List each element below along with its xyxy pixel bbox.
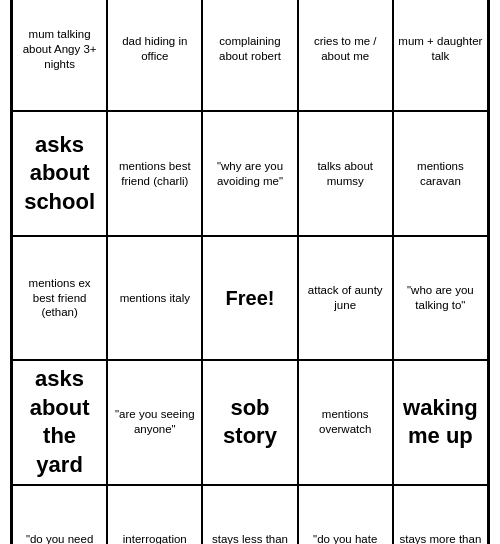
bingo-cell-20: "do you need anything" [12,485,107,544]
bingo-cell-3: cries to me / about me [298,0,393,111]
bingo-cell-11: mentions italy [107,236,202,360]
bingo-cell-6: mentions best friend (charli) [107,111,202,235]
bingo-cell-13: attack of aunty june [298,236,393,360]
bingo-cell-4: mum + daughter talk [393,0,488,111]
bingo-cell-21: interrogation about love life [107,485,202,544]
bingo-cell-2: complaining about robert [202,0,297,111]
bingo-cell-17: sob story [202,360,297,484]
bingo-cell-14: "who are you talking to" [393,236,488,360]
bingo-cell-8: talks about mumsy [298,111,393,235]
bingo-cell-9: mentions caravan [393,111,488,235]
bingo-grid: mum talking about Angy 3+ nightsdad hidi… [12,0,488,544]
bingo-cell-0: mum talking about Angy 3+ nights [12,0,107,111]
bingo-cell-22: stays less than 2wks [202,485,297,544]
bingo-cell-1: dad hiding in office [107,0,202,111]
bingo-cell-19: waking me up [393,360,488,484]
bingo-cell-18: mentions overwatch [298,360,393,484]
bingo-cell-5: asks about school [12,111,107,235]
bingo-cell-15: asks about the yard [12,360,107,484]
bingo-cell-10: mentions ex best friend (ethan) [12,236,107,360]
bingo-cell-23: "do you hate me" [298,485,393,544]
bingo-cell-24: stays more than 2wks [393,485,488,544]
bingo-cell-7: "why are you avoiding me" [202,111,297,235]
bingo-card: KEEGS mum talking about Angy 3+ nightsda… [10,0,490,544]
bingo-cell-16: "are you seeing anyone" [107,360,202,484]
bingo-cell-12: Free! [202,236,297,360]
